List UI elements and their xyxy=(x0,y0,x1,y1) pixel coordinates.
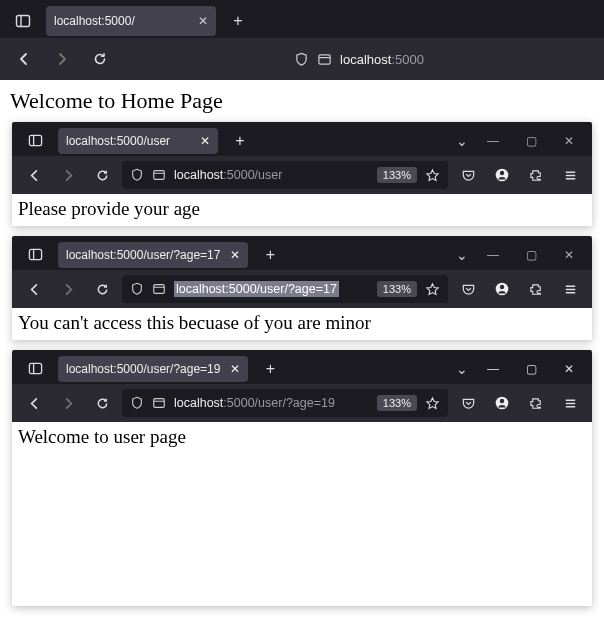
pocket-icon[interactable] xyxy=(454,161,482,189)
menu-icon[interactable] xyxy=(556,161,584,189)
close-icon[interactable]: ✕ xyxy=(200,134,210,148)
outer-tab-title: localhost:5000/ xyxy=(54,14,135,28)
forward-button[interactable] xyxy=(54,275,82,303)
svg-rect-24 xyxy=(154,399,165,408)
minimize-button[interactable]: — xyxy=(476,355,510,383)
inner-window-1: localhost:5000/user ✕ + ⌄ — ▢ ✕ localhos… xyxy=(12,122,592,226)
zoom-indicator[interactable]: 133% xyxy=(377,167,417,183)
win1-url-bar[interactable]: localhost:5000/user 133% xyxy=(122,161,448,189)
window-controls: — ▢ ✕ xyxy=(476,355,586,383)
back-button[interactable] xyxy=(10,45,38,73)
win3-page-text: Welcome to user page xyxy=(12,422,592,454)
new-tab-button[interactable]: + xyxy=(256,355,284,383)
account-icon[interactable] xyxy=(488,389,516,417)
outer-toolbar: localhost:5000 xyxy=(0,38,604,80)
close-window-button[interactable]: ✕ xyxy=(552,355,586,383)
new-tab-button[interactable]: + xyxy=(224,7,252,35)
inner-window-3: localhost:5000/user/?age=19 ✕ + ⌄ — ▢ ✕ … xyxy=(12,350,592,606)
win2-url-bar[interactable]: localhost:5000/user/?age=17 133% xyxy=(122,275,448,303)
win1-page-text: Please provide your age xyxy=(12,194,592,226)
minimize-button[interactable]: — xyxy=(476,127,510,155)
minimize-button[interactable]: — xyxy=(476,241,510,269)
bookmark-star-icon[interactable] xyxy=(425,168,440,183)
account-icon[interactable] xyxy=(488,275,516,303)
back-button[interactable] xyxy=(20,389,48,417)
win1-browser-tab[interactable]: localhost:5000/user ✕ xyxy=(58,128,218,154)
extensions-icon[interactable] xyxy=(522,275,550,303)
plus-icon: + xyxy=(266,246,275,264)
bookmark-star-icon[interactable] xyxy=(425,396,440,411)
panel-toggle-icon[interactable] xyxy=(20,240,50,270)
panel-toggle-icon[interactable] xyxy=(20,354,50,384)
bookmark-star-icon[interactable] xyxy=(425,282,440,297)
panel-toggle-icon[interactable] xyxy=(20,126,50,156)
menu-icon[interactable] xyxy=(556,389,584,417)
site-info-icon xyxy=(152,282,166,296)
svg-rect-4 xyxy=(29,135,41,145)
close-icon[interactable]: ✕ xyxy=(230,248,240,262)
win1-tab-strip: localhost:5000/user ✕ + ⌄ — ▢ ✕ xyxy=(12,122,592,156)
win2-tab-strip: localhost:5000/user/?age=17 ✕ + ⌄ — ▢ ✕ xyxy=(12,236,592,270)
plus-icon: + xyxy=(235,132,244,150)
close-window-button[interactable]: ✕ xyxy=(552,241,586,269)
new-tab-button[interactable]: + xyxy=(256,241,284,269)
svg-rect-15 xyxy=(154,285,165,294)
reload-button[interactable] xyxy=(88,389,116,417)
close-icon[interactable]: ✕ xyxy=(198,14,208,28)
forward-button[interactable] xyxy=(48,45,76,73)
outer-page-content: Welcome to Home Page localhost:5000/user… xyxy=(0,80,604,640)
maximize-button[interactable]: ▢ xyxy=(514,355,548,383)
inner-window-2: localhost:5000/user/?age=17 ✕ + ⌄ — ▢ ✕ … xyxy=(12,236,592,340)
win3-toolbar: localhost:5000/user/?age=19 133% xyxy=(12,384,592,422)
menu-icon[interactable] xyxy=(556,275,584,303)
win2-browser-tab[interactable]: localhost:5000/user/?age=17 ✕ xyxy=(58,242,248,268)
zoom-indicator[interactable]: 133% xyxy=(377,395,417,411)
reload-button[interactable] xyxy=(88,275,116,303)
extensions-icon[interactable] xyxy=(522,161,550,189)
reload-button[interactable] xyxy=(88,161,116,189)
shield-icon xyxy=(294,52,309,67)
win3-browser-tab[interactable]: localhost:5000/user/?age=19 ✕ xyxy=(58,356,248,382)
site-info-icon xyxy=(152,396,166,410)
reload-button[interactable] xyxy=(86,45,114,73)
win1-url-text: localhost:5000/user xyxy=(174,168,282,182)
panel-toggle-icon[interactable] xyxy=(8,6,38,36)
pocket-icon[interactable] xyxy=(454,389,482,417)
win1-page-content: Please provide your age xyxy=(12,194,592,226)
outer-page-heading: Welcome to Home Page xyxy=(6,86,598,122)
win2-toolbar: localhost:5000/user/?age=17 133% xyxy=(12,270,592,308)
svg-point-18 xyxy=(500,285,504,289)
outer-url-zone[interactable]: localhost:5000 xyxy=(124,52,594,67)
tabs-dropdown-icon[interactable]: ⌄ xyxy=(456,247,468,263)
zoom-indicator[interactable]: 133% xyxy=(377,281,417,297)
win3-url-bar[interactable]: localhost:5000/user/?age=19 133% xyxy=(122,389,448,417)
win3-tab-strip: localhost:5000/user/?age=19 ✕ + ⌄ — ▢ ✕ xyxy=(12,350,592,384)
maximize-button[interactable]: ▢ xyxy=(514,241,548,269)
site-info-icon xyxy=(317,52,332,67)
forward-button[interactable] xyxy=(54,389,82,417)
plus-icon: + xyxy=(266,360,275,378)
win2-tab-title: localhost:5000/user/?age=17 xyxy=(66,248,220,262)
win1-tab-title: localhost:5000/user xyxy=(66,134,170,148)
plus-icon: + xyxy=(233,12,242,30)
close-window-button[interactable]: ✕ xyxy=(552,127,586,155)
extensions-icon[interactable] xyxy=(522,389,550,417)
window-controls: — ▢ ✕ xyxy=(476,241,586,269)
win3-url-text: localhost:5000/user/?age=19 xyxy=(174,396,335,410)
pocket-icon[interactable] xyxy=(454,275,482,303)
back-button[interactable] xyxy=(20,275,48,303)
tabs-dropdown-icon[interactable]: ⌄ xyxy=(456,361,468,377)
close-icon[interactable]: ✕ xyxy=(230,362,240,376)
win3-tab-title: localhost:5000/user/?age=19 xyxy=(66,362,220,376)
win1-toolbar: localhost:5000/user 133% xyxy=(12,156,592,194)
account-icon[interactable] xyxy=(488,161,516,189)
new-tab-button[interactable]: + xyxy=(226,127,254,155)
svg-point-9 xyxy=(500,171,504,175)
outer-browser-tab[interactable]: localhost:5000/ ✕ xyxy=(46,6,216,36)
forward-button[interactable] xyxy=(54,161,82,189)
win2-url-text: localhost:5000/user/?age=17 xyxy=(174,281,339,297)
win3-page-content: Welcome to user page xyxy=(12,422,592,606)
maximize-button[interactable]: ▢ xyxy=(514,127,548,155)
tabs-dropdown-icon[interactable]: ⌄ xyxy=(456,133,468,149)
back-button[interactable] xyxy=(20,161,48,189)
